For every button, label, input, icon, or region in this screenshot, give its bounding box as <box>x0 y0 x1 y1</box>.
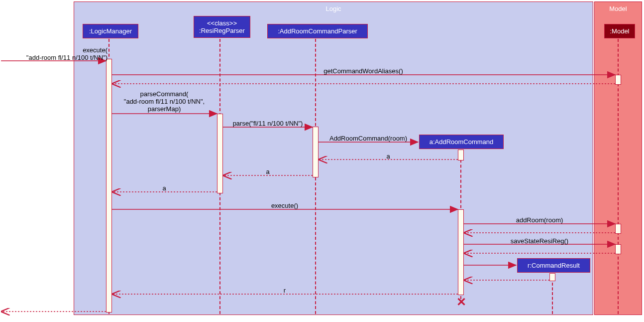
activation-resireg-parser <box>217 114 223 193</box>
msg-return-a3: a <box>112 184 216 192</box>
participant-label: :ResiRegParser <box>199 27 245 34</box>
msg-return-a1: a <box>319 153 458 160</box>
msg-addroom: addRoom(room) <box>464 216 615 224</box>
frame-model-title: Model <box>609 5 627 12</box>
activation-addroom-parser <box>313 127 319 177</box>
participant-label: :AddRoomCommandParser <box>278 27 357 35</box>
activation-logic-manager <box>106 59 112 313</box>
participant-label: a:AddRoomCommand <box>429 138 494 146</box>
participant-label: :Model <box>610 27 629 35</box>
participant-label: <<class>> <box>207 19 237 27</box>
msg-return-r: r <box>112 287 457 294</box>
frame-logic-title: Logic <box>325 5 341 12</box>
activation-model-3 <box>615 244 621 254</box>
participant-resireg-parser: <<class>> :ResiRegParser <box>194 16 250 38</box>
activation-addroom-command-1 <box>458 150 464 161</box>
destroy-icon: ✕ <box>456 295 466 309</box>
participant-model: :Model <box>604 24 635 38</box>
activation-model-2 <box>615 224 621 234</box>
participant-command-result: r:CommandResult <box>517 258 590 273</box>
msg-getaliases: getCommandWordAliases() <box>112 67 615 75</box>
participant-label: :LogicManager <box>89 27 132 35</box>
msg-addroom-ctor: AddRoomCommand(room) <box>319 135 418 142</box>
msg-execute2: execute() <box>112 202 457 209</box>
activation-addroom-command-2 <box>458 209 464 295</box>
msg-parsecommand: parseCommand( "add-room fl/11 n/100 t/NN… <box>112 90 216 113</box>
activation-command-result <box>549 273 555 281</box>
msg-parse: parse("fl/11 n/100 t/NN") <box>223 120 313 127</box>
participant-label: r:CommandResult <box>528 262 580 269</box>
msg-savestate: saveStateResiReg() <box>464 237 615 245</box>
participant-logic-manager: :LogicManager <box>83 24 138 38</box>
msg-return-a2: a <box>223 168 313 175</box>
participant-addroom-parser: :AddRoomCommandParser <box>267 24 368 38</box>
participant-addroom-command: a:AddRoomCommand <box>419 135 504 149</box>
msg-execute-in: execute( "add-room fl/11 n/100 t/NN") <box>3 46 107 61</box>
activation-model-1 <box>615 75 621 85</box>
